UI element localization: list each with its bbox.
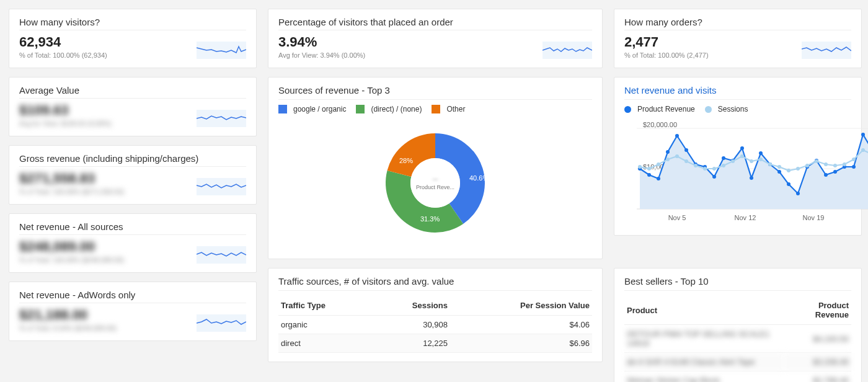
metric-value: $109.63 xyxy=(19,102,112,118)
svg-point-64 xyxy=(815,159,818,163)
line-chart: $20,000.00 4,000 $10,000.00 2,000 Nov 5 … xyxy=(624,116,868,228)
svg-text:Nov 12: Nov 12 xyxy=(735,214,756,221)
svg-point-49 xyxy=(675,154,679,158)
legend-swatch xyxy=(705,106,712,113)
metric-subtext: % of Total: 100.00% (62,934) xyxy=(19,51,107,59)
svg-point-38 xyxy=(861,133,865,136)
col-header: Traffic Type xyxy=(278,296,373,316)
svg-point-46 xyxy=(647,167,651,171)
metric-subtext: % of Total: 100.00% (2,477) xyxy=(624,51,709,59)
line-legend: Product Revenue Sessions xyxy=(624,105,851,113)
svg-point-61 xyxy=(787,169,790,172)
svg-point-45 xyxy=(638,165,642,169)
svg-point-47 xyxy=(657,162,660,166)
svg-text:—: — xyxy=(433,176,438,182)
svg-text:Nov 19: Nov 19 xyxy=(803,214,825,221)
metric-value: $271,558.83 xyxy=(19,171,124,187)
sparkline xyxy=(802,42,851,59)
card-net-revenue-visits: Net revenue and visits Product Revenue S… xyxy=(614,77,862,236)
col-header: Product Revenue xyxy=(783,296,851,325)
metric-title: Gross revenue (including shipping/charge… xyxy=(19,153,246,167)
svg-text:Nov 5: Nov 5 xyxy=(668,214,686,221)
sparkline xyxy=(197,314,246,332)
donut-legend: google / organic (direct) / (none) Other xyxy=(278,105,592,113)
legend-item: google / organic xyxy=(278,105,346,113)
sparkline xyxy=(197,110,246,127)
legend-item: Other xyxy=(432,105,465,113)
svg-point-69 xyxy=(861,148,865,152)
svg-text:31.3%: 31.3% xyxy=(420,215,440,223)
legend-item: Product Revenue xyxy=(624,105,695,113)
svg-point-65 xyxy=(824,162,828,166)
legend-item: (direct) / (none) xyxy=(356,105,422,113)
svg-text:28%: 28% xyxy=(399,157,413,164)
metric-subtext: Avg for View: $109.63 (0.00%) xyxy=(19,120,112,127)
metric-title: Net revenue - AdWords only xyxy=(19,290,246,303)
metric-title: Percentage of visitors that placed an or… xyxy=(278,17,592,30)
card-average-value: Average Value $109.63 Avg for View: $109… xyxy=(9,77,257,136)
svg-point-67 xyxy=(843,162,846,166)
traffic-table: Traffic Type Sessions Per Session Value … xyxy=(278,296,592,353)
svg-point-53 xyxy=(712,167,716,171)
svg-point-58 xyxy=(759,158,763,161)
legend-swatch xyxy=(278,105,287,113)
table-row: DETOUR P984 TOP SELLING SCALE1 14918 $4,… xyxy=(624,325,851,353)
sparkline xyxy=(197,178,246,195)
col-header: Sessions xyxy=(373,296,450,316)
svg-point-68 xyxy=(852,158,856,161)
card-orders: How many orders? 2,477 % of Total: 100.0… xyxy=(614,9,862,68)
sparkline xyxy=(197,42,246,59)
metric-value: 2,477 xyxy=(624,34,709,50)
table-row: de-4 SAR 4 6148 Classic Alert Tape $3,33… xyxy=(624,353,851,371)
metric-value: 3.94% xyxy=(278,34,365,50)
svg-point-15 xyxy=(647,173,651,177)
svg-point-0 xyxy=(410,158,460,208)
table-row: direct 12,225 $6.96 xyxy=(278,334,592,353)
svg-point-34 xyxy=(824,173,828,177)
svg-point-66 xyxy=(833,164,837,167)
metric-title: Net revenue - All sources xyxy=(19,221,246,235)
legend-swatch xyxy=(624,106,631,113)
card-visitors: How many visitors? 62,934 % of Total: 10… xyxy=(9,9,257,68)
metric-value: 62,934 xyxy=(19,34,107,50)
svg-point-48 xyxy=(666,158,670,161)
svg-text:$20,000.00: $20,000.00 xyxy=(643,121,677,128)
table-row: organic 30,908 $4.06 xyxy=(278,316,592,334)
svg-point-35 xyxy=(833,170,837,174)
svg-point-51 xyxy=(694,164,698,167)
svg-text:40.6%: 40.6% xyxy=(469,174,489,182)
metric-subtext: % of Total: 100.00% ($248,089.00) xyxy=(19,256,124,264)
metric-title: How many visitors? xyxy=(19,17,246,30)
card-net-revenue-all: Net revenue - All sources $248,089.00 % … xyxy=(9,213,257,273)
svg-point-57 xyxy=(750,159,753,163)
svg-point-63 xyxy=(805,164,809,167)
svg-point-17 xyxy=(666,150,670,154)
metric-subtext: % of Total: 8.54% ($248,089.00) xyxy=(19,324,117,332)
card-best-sellers: Best sellers - Top 10 Product Product Re… xyxy=(614,268,862,382)
svg-point-52 xyxy=(703,167,707,171)
svg-point-60 xyxy=(777,165,781,169)
svg-point-50 xyxy=(684,159,688,163)
svg-point-23 xyxy=(722,156,725,160)
bestsellers-table: Product Product Revenue DETOUR P984 TOP … xyxy=(624,296,851,382)
svg-point-62 xyxy=(796,167,800,171)
section-title: Sources of revenue - Top 3 xyxy=(278,85,592,100)
metric-title: How many orders? xyxy=(624,17,851,30)
svg-point-31 xyxy=(796,192,800,195)
sparkline xyxy=(542,42,592,59)
svg-point-16 xyxy=(657,177,660,180)
svg-point-25 xyxy=(740,146,744,150)
svg-point-55 xyxy=(731,159,735,163)
svg-point-54 xyxy=(722,164,725,167)
svg-point-56 xyxy=(740,154,744,158)
svg-point-29 xyxy=(777,170,781,174)
card-traffic-sources: Traffic sources, # of visitors and avg. … xyxy=(268,268,603,362)
metric-subtext: Avg for View: 3.94% (0.00%) xyxy=(278,51,365,59)
section-title: Best sellers - Top 10 xyxy=(624,276,851,291)
card-conversion: Percentage of visitors that placed an or… xyxy=(268,9,603,68)
svg-point-37 xyxy=(852,165,856,169)
section-title: Net revenue and visits xyxy=(624,85,851,100)
svg-point-26 xyxy=(750,176,753,180)
svg-point-27 xyxy=(759,151,763,155)
metric-value: $21,188.00 xyxy=(19,307,117,323)
